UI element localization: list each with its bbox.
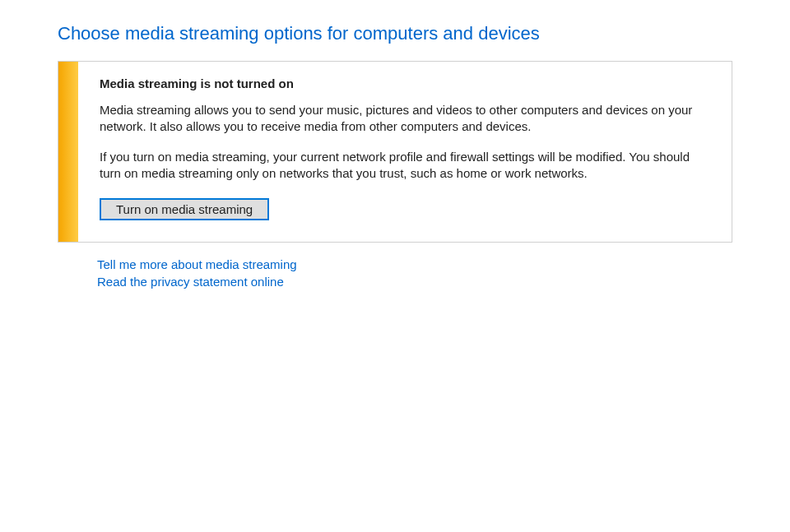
learn-more-link[interactable]: Tell me more about media streaming [97,257,732,271]
settings-container: Choose media streaming options for compu… [0,0,790,315]
info-paragraph-1: Media streaming allows you to send your … [100,102,710,136]
privacy-statement-link[interactable]: Read the privacy statement online [97,275,732,289]
info-heading: Media streaming is not turned on [100,76,710,90]
warning-stripe [58,62,78,242]
info-panel: Media streaming is not turned on Media s… [58,61,732,243]
turn-on-media-streaming-button[interactable]: Turn on media streaming [100,198,269,220]
page-title: Choose media streaming options for compu… [58,23,732,44]
info-content: Media streaming is not turned on Media s… [78,62,732,242]
info-paragraph-2: If you turn on media streaming, your cur… [100,149,710,183]
help-links: Tell me more about media streaming Read … [58,257,732,289]
